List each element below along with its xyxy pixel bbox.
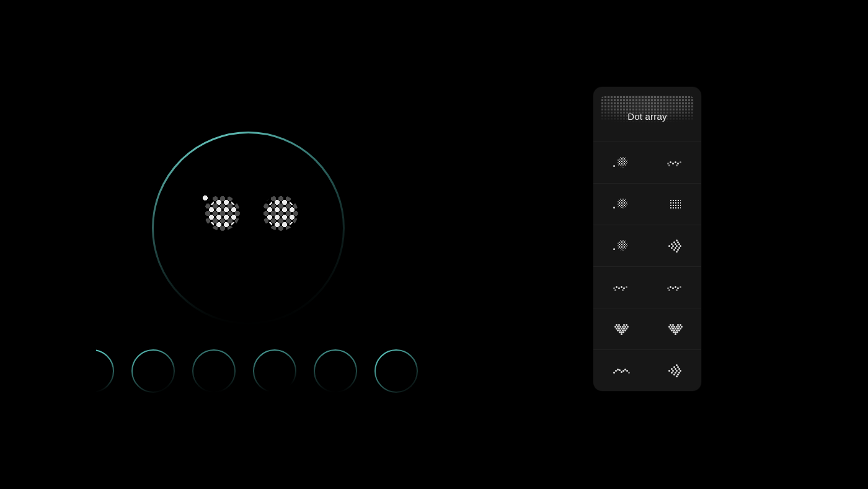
heart-icon (609, 320, 632, 338)
dot-array-eyes-icon (202, 194, 296, 230)
preset-thumb[interactable] (96, 349, 115, 393)
svg-point-7 (375, 350, 417, 392)
svg-point-6 (314, 350, 356, 392)
preset-thumb[interactable] (192, 349, 236, 393)
preset-strip (96, 349, 418, 393)
arrow-left-icon (663, 362, 686, 379)
heart-icon (663, 320, 686, 338)
panel-title[interactable]: Dot array (601, 96, 694, 137)
pattern-rect-cluster[interactable] (647, 184, 701, 225)
preset-thumb[interactable] (252, 349, 297, 393)
preset-thumb[interactable] (131, 349, 175, 393)
dash-wave-icon (609, 279, 632, 296)
preset-thumb[interactable] (374, 349, 418, 393)
eye-cluster-icon (609, 237, 632, 254)
svg-point-5 (254, 350, 296, 392)
pattern-arrow-left[interactable] (647, 350, 701, 391)
rect-cluster-icon (663, 195, 686, 213)
preset-thumb[interactable] (313, 349, 358, 393)
pattern-heart[interactable] (647, 308, 701, 349)
panel-title-label: Dot array (627, 111, 667, 122)
pattern-heart[interactable] (593, 308, 647, 349)
pattern-arrow-left[interactable] (647, 225, 701, 266)
pattern-dash-wave[interactable] (647, 142, 701, 183)
svg-point-4 (193, 350, 235, 392)
dash-wave-icon (663, 154, 686, 171)
arc-wave-icon (609, 362, 632, 379)
svg-point-2 (96, 350, 113, 392)
pattern-dash-wave[interactable] (593, 267, 647, 308)
pattern-dash-wave[interactable] (647, 267, 701, 308)
eye-cluster-icon (609, 195, 632, 213)
pattern-arc-wave[interactable] (593, 350, 647, 391)
eye-cluster-icon (609, 154, 632, 171)
dot-array-panel: Dot array (593, 87, 701, 391)
svg-point-3 (132, 350, 174, 392)
dash-wave-icon (663, 279, 686, 296)
pattern-eye-cluster[interactable] (593, 142, 647, 183)
preview-circle (151, 130, 346, 326)
pattern-eye-cluster[interactable] (593, 184, 647, 225)
pattern-eye-cluster[interactable] (593, 225, 647, 266)
arrow-left-icon (663, 237, 686, 254)
